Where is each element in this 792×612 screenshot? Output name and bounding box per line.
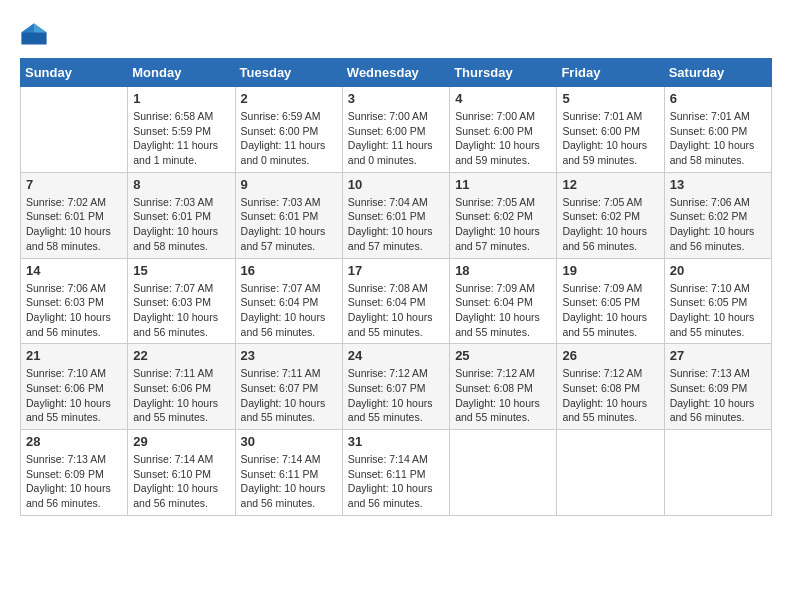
- day-info: Sunrise: 7:05 AM Sunset: 6:02 PM Dayligh…: [455, 195, 551, 254]
- logo-icon: [20, 20, 48, 48]
- svg-marker-2: [21, 24, 34, 33]
- day-info: Sunrise: 7:09 AM Sunset: 6:05 PM Dayligh…: [562, 281, 658, 340]
- calendar-cell: [450, 430, 557, 516]
- day-info: Sunrise: 7:08 AM Sunset: 6:04 PM Dayligh…: [348, 281, 444, 340]
- day-number: 3: [348, 91, 444, 106]
- day-info: Sunrise: 7:01 AM Sunset: 6:00 PM Dayligh…: [670, 109, 766, 168]
- day-info: Sunrise: 7:03 AM Sunset: 6:01 PM Dayligh…: [133, 195, 229, 254]
- calendar-cell: 4Sunrise: 7:00 AM Sunset: 6:00 PM Daylig…: [450, 87, 557, 173]
- day-number: 19: [562, 263, 658, 278]
- calendar-cell: [664, 430, 771, 516]
- calendar-cell: 16Sunrise: 7:07 AM Sunset: 6:04 PM Dayli…: [235, 258, 342, 344]
- calendar-cell: 6Sunrise: 7:01 AM Sunset: 6:00 PM Daylig…: [664, 87, 771, 173]
- day-number: 7: [26, 177, 122, 192]
- weekday-header: Thursday: [450, 59, 557, 87]
- day-number: 16: [241, 263, 337, 278]
- day-info: Sunrise: 7:07 AM Sunset: 6:03 PM Dayligh…: [133, 281, 229, 340]
- weekday-header: Monday: [128, 59, 235, 87]
- calendar-cell: 5Sunrise: 7:01 AM Sunset: 6:00 PM Daylig…: [557, 87, 664, 173]
- calendar-cell: 12Sunrise: 7:05 AM Sunset: 6:02 PM Dayli…: [557, 172, 664, 258]
- day-info: Sunrise: 7:01 AM Sunset: 6:00 PM Dayligh…: [562, 109, 658, 168]
- weekday-header: Tuesday: [235, 59, 342, 87]
- day-number: 18: [455, 263, 551, 278]
- day-number: 9: [241, 177, 337, 192]
- day-info: Sunrise: 7:13 AM Sunset: 6:09 PM Dayligh…: [26, 452, 122, 511]
- day-info: Sunrise: 7:05 AM Sunset: 6:02 PM Dayligh…: [562, 195, 658, 254]
- day-info: Sunrise: 7:02 AM Sunset: 6:01 PM Dayligh…: [26, 195, 122, 254]
- calendar-cell: 31Sunrise: 7:14 AM Sunset: 6:11 PM Dayli…: [342, 430, 449, 516]
- calendar-cell: 3Sunrise: 7:00 AM Sunset: 6:00 PM Daylig…: [342, 87, 449, 173]
- day-info: Sunrise: 6:59 AM Sunset: 6:00 PM Dayligh…: [241, 109, 337, 168]
- weekday-header: Friday: [557, 59, 664, 87]
- calendar-cell: 2Sunrise: 6:59 AM Sunset: 6:00 PM Daylig…: [235, 87, 342, 173]
- calendar-cell: 11Sunrise: 7:05 AM Sunset: 6:02 PM Dayli…: [450, 172, 557, 258]
- day-number: 6: [670, 91, 766, 106]
- day-number: 10: [348, 177, 444, 192]
- calendar-cell: 1Sunrise: 6:58 AM Sunset: 5:59 PM Daylig…: [128, 87, 235, 173]
- day-number: 29: [133, 434, 229, 449]
- logo: [20, 20, 52, 48]
- day-info: Sunrise: 7:03 AM Sunset: 6:01 PM Dayligh…: [241, 195, 337, 254]
- day-number: 30: [241, 434, 337, 449]
- calendar-header: SundayMondayTuesdayWednesdayThursdayFrid…: [21, 59, 772, 87]
- calendar-cell: 17Sunrise: 7:08 AM Sunset: 6:04 PM Dayli…: [342, 258, 449, 344]
- day-number: 27: [670, 348, 766, 363]
- day-info: Sunrise: 7:14 AM Sunset: 6:11 PM Dayligh…: [241, 452, 337, 511]
- day-info: Sunrise: 7:14 AM Sunset: 6:10 PM Dayligh…: [133, 452, 229, 511]
- day-number: 25: [455, 348, 551, 363]
- calendar-cell: 23Sunrise: 7:11 AM Sunset: 6:07 PM Dayli…: [235, 344, 342, 430]
- calendar-week: 7Sunrise: 7:02 AM Sunset: 6:01 PM Daylig…: [21, 172, 772, 258]
- calendar-cell: 25Sunrise: 7:12 AM Sunset: 6:08 PM Dayli…: [450, 344, 557, 430]
- calendar-cell: 26Sunrise: 7:12 AM Sunset: 6:08 PM Dayli…: [557, 344, 664, 430]
- day-number: 22: [133, 348, 229, 363]
- day-info: Sunrise: 7:13 AM Sunset: 6:09 PM Dayligh…: [670, 366, 766, 425]
- weekday-header: Saturday: [664, 59, 771, 87]
- day-info: Sunrise: 7:10 AM Sunset: 6:05 PM Dayligh…: [670, 281, 766, 340]
- day-info: Sunrise: 7:00 AM Sunset: 6:00 PM Dayligh…: [455, 109, 551, 168]
- calendar-cell: 20Sunrise: 7:10 AM Sunset: 6:05 PM Dayli…: [664, 258, 771, 344]
- calendar-week: 14Sunrise: 7:06 AM Sunset: 6:03 PM Dayli…: [21, 258, 772, 344]
- calendar-week: 28Sunrise: 7:13 AM Sunset: 6:09 PM Dayli…: [21, 430, 772, 516]
- calendar-cell: 9Sunrise: 7:03 AM Sunset: 6:01 PM Daylig…: [235, 172, 342, 258]
- weekday-header: Wednesday: [342, 59, 449, 87]
- weekday-header: Sunday: [21, 59, 128, 87]
- calendar-cell: 10Sunrise: 7:04 AM Sunset: 6:01 PM Dayli…: [342, 172, 449, 258]
- day-info: Sunrise: 6:58 AM Sunset: 5:59 PM Dayligh…: [133, 109, 229, 168]
- day-number: 5: [562, 91, 658, 106]
- day-info: Sunrise: 7:12 AM Sunset: 6:07 PM Dayligh…: [348, 366, 444, 425]
- calendar-cell: 7Sunrise: 7:02 AM Sunset: 6:01 PM Daylig…: [21, 172, 128, 258]
- calendar-cell: 19Sunrise: 7:09 AM Sunset: 6:05 PM Dayli…: [557, 258, 664, 344]
- calendar-cell: 30Sunrise: 7:14 AM Sunset: 6:11 PM Dayli…: [235, 430, 342, 516]
- day-info: Sunrise: 7:07 AM Sunset: 6:04 PM Dayligh…: [241, 281, 337, 340]
- calendar-cell: 18Sunrise: 7:09 AM Sunset: 6:04 PM Dayli…: [450, 258, 557, 344]
- svg-marker-1: [34, 24, 47, 33]
- day-number: 13: [670, 177, 766, 192]
- day-info: Sunrise: 7:12 AM Sunset: 6:08 PM Dayligh…: [455, 366, 551, 425]
- page-header: [20, 20, 772, 48]
- day-number: 15: [133, 263, 229, 278]
- calendar-cell: 29Sunrise: 7:14 AM Sunset: 6:10 PM Dayli…: [128, 430, 235, 516]
- day-number: 21: [26, 348, 122, 363]
- day-info: Sunrise: 7:14 AM Sunset: 6:11 PM Dayligh…: [348, 452, 444, 511]
- day-number: 31: [348, 434, 444, 449]
- day-info: Sunrise: 7:09 AM Sunset: 6:04 PM Dayligh…: [455, 281, 551, 340]
- day-number: 1: [133, 91, 229, 106]
- calendar-body: 1Sunrise: 6:58 AM Sunset: 5:59 PM Daylig…: [21, 87, 772, 516]
- day-number: 26: [562, 348, 658, 363]
- calendar-cell: 28Sunrise: 7:13 AM Sunset: 6:09 PM Dayli…: [21, 430, 128, 516]
- day-info: Sunrise: 7:00 AM Sunset: 6:00 PM Dayligh…: [348, 109, 444, 168]
- day-info: Sunrise: 7:11 AM Sunset: 6:07 PM Dayligh…: [241, 366, 337, 425]
- day-info: Sunrise: 7:04 AM Sunset: 6:01 PM Dayligh…: [348, 195, 444, 254]
- day-number: 24: [348, 348, 444, 363]
- calendar-cell: 14Sunrise: 7:06 AM Sunset: 6:03 PM Dayli…: [21, 258, 128, 344]
- calendar-cell: [557, 430, 664, 516]
- day-info: Sunrise: 7:06 AM Sunset: 6:03 PM Dayligh…: [26, 281, 122, 340]
- calendar-cell: 22Sunrise: 7:11 AM Sunset: 6:06 PM Dayli…: [128, 344, 235, 430]
- day-number: 12: [562, 177, 658, 192]
- calendar-cell: 8Sunrise: 7:03 AM Sunset: 6:01 PM Daylig…: [128, 172, 235, 258]
- day-number: 2: [241, 91, 337, 106]
- calendar-cell: 24Sunrise: 7:12 AM Sunset: 6:07 PM Dayli…: [342, 344, 449, 430]
- day-number: 20: [670, 263, 766, 278]
- day-number: 14: [26, 263, 122, 278]
- calendar-week: 21Sunrise: 7:10 AM Sunset: 6:06 PM Dayli…: [21, 344, 772, 430]
